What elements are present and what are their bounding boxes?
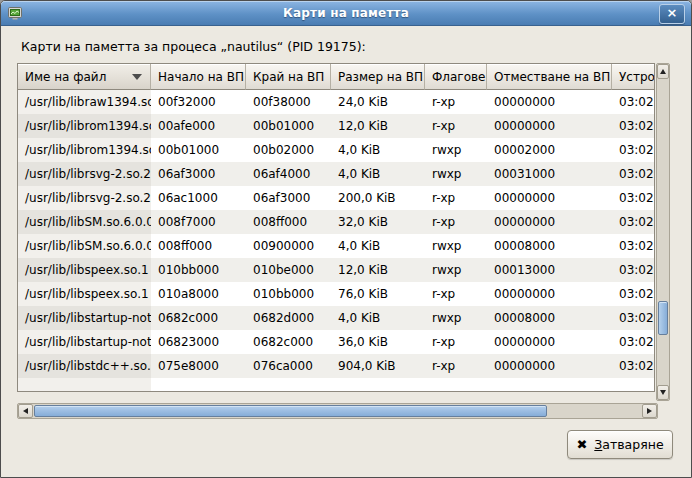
table-row[interactable]: /usr/lib/libraw1394.so00f3200000f3800024… [18, 90, 655, 114]
cell-vm_size: 4,0 KiB [331, 138, 425, 162]
cell-flags: r-xp [425, 354, 487, 378]
cell-vm_end: 06af3000 [246, 186, 331, 210]
cell-filename: /usr/lib/libstdc++.so.6 [18, 354, 151, 378]
table-row[interactable]: /usr/lib/libSM.so.6.0.0008f7000008ff0003… [18, 210, 655, 234]
cell-vm_size: 4,0 KiB [331, 162, 425, 186]
arrow-right-icon [647, 408, 652, 414]
cell-vm_size: 4,0 KiB [331, 234, 425, 258]
cell-vm_end: 076ca000 [246, 354, 331, 378]
cell-vm_size: 200,0 KiB [331, 186, 425, 210]
table-row[interactable]: /usr/lib/libspeex.so.1010a8000010bb00076… [18, 282, 655, 306]
cell-vm_end: 0682c000 [246, 330, 331, 354]
column-header-vm_end[interactable]: Край на ВП [246, 64, 331, 90]
cell-flags: r-xp [425, 114, 487, 138]
column-header-flags[interactable]: Флагове [425, 64, 487, 90]
cell-vm_offset: 00000000 [487, 282, 612, 306]
table-row[interactable]: /usr/lib/libstartup-notification-1.so.00… [18, 330, 655, 354]
cell-vm_end: 010bb000 [246, 282, 331, 306]
column-header-vm_start[interactable]: Начало на ВП [151, 64, 246, 90]
cell-filename: /usr/lib/librom1394.so [18, 114, 151, 138]
cell-vm_offset: 00000000 [487, 186, 612, 210]
cell-device: 03:02 [612, 330, 655, 354]
table-body: /usr/lib/libraw1394.so00f3200000f3800024… [18, 90, 654, 378]
cell-flags: rwxp [425, 306, 487, 330]
cell-vm_offset: 00000000 [487, 354, 612, 378]
cell-vm_start: 06ac1000 [151, 186, 246, 210]
cell-vm_end: 00900000 [246, 234, 331, 258]
horizontal-scrollbar[interactable] [17, 403, 658, 419]
cell-filename: /usr/lib/libstartup-notification-1.so.0 [18, 330, 151, 354]
cell-flags: rwxp [425, 162, 487, 186]
cell-vm_start: 008f7000 [151, 210, 246, 234]
cell-flags: r-xp [425, 210, 487, 234]
horizontal-scrollbar-thumb[interactable] [34, 405, 547, 417]
scroll-right-button[interactable] [642, 404, 657, 418]
cell-vm_offset: 00000000 [487, 210, 612, 234]
cell-flags: r-xp [425, 330, 487, 354]
cell-device: 03:02 [612, 210, 655, 234]
table-row[interactable]: /usr/lib/librom1394.so00b0100000b020004,… [18, 138, 655, 162]
cell-vm_size: 36,0 KiB [331, 330, 425, 354]
table-row[interactable]: /usr/lib/librsvg-2.so.206ac100006af30002… [18, 186, 655, 210]
cell-vm_offset: 00008000 [487, 306, 612, 330]
column-header-vm_size[interactable]: Размер на ВП [331, 64, 425, 90]
titlebar[interactable]: Карти на паметта × [1, 1, 691, 26]
cell-vm_size: 904,0 KiB [331, 354, 425, 378]
vertical-scrollbar[interactable] [656, 63, 670, 401]
table-row[interactable]: /usr/lib/librsvg-2.so.206af300006af40004… [18, 162, 655, 186]
cell-vm_offset: 00002000 [487, 138, 612, 162]
cell-vm_start: 010a8000 [151, 282, 246, 306]
window-title: Карти на паметта [1, 6, 691, 20]
arrow-left-icon [23, 408, 28, 414]
dialog-caption: Карти на паметта за процеса „nautilus“ (… [21, 39, 366, 54]
cell-vm_offset: 00000000 [487, 90, 612, 114]
cell-vm_offset: 00031000 [487, 162, 612, 186]
cell-filename: /usr/lib/libraw1394.so [18, 90, 151, 114]
scroll-up-button[interactable] [657, 64, 669, 79]
cell-vm_offset: 00000000 [487, 114, 612, 138]
cell-flags: r-xp [425, 90, 487, 114]
table-row[interactable]: /usr/lib/libspeex.so.1010bb000010be00012… [18, 258, 655, 282]
close-button-label: Затваряне [594, 437, 663, 452]
cell-filename: /usr/lib/libspeex.so.1 [18, 282, 151, 306]
memory-map-table: Име на файлНачало на ВПКрай на ВПРазмер … [17, 63, 655, 392]
cell-filename: /usr/lib/libSM.so.6.0.0 [18, 234, 151, 258]
cell-device: 03:02 [612, 306, 655, 330]
cell-vm_size: 4,0 KiB [331, 306, 425, 330]
cell-device: 03:02 [612, 162, 655, 186]
cell-vm_start: 075e8000 [151, 354, 246, 378]
cell-vm_start: 00afe000 [151, 114, 246, 138]
close-button[interactable]: ✖ Затваряне [567, 430, 673, 459]
cell-vm_start: 00b01000 [151, 138, 246, 162]
cell-vm_size: 12,0 KiB [331, 114, 425, 138]
scroll-down-button[interactable] [657, 385, 669, 400]
cell-vm_end: 008ff000 [246, 210, 331, 234]
cell-flags: rwxp [425, 234, 487, 258]
column-header-filename[interactable]: Име на файл [18, 64, 151, 90]
cell-filename: /usr/lib/librom1394.so [18, 138, 151, 162]
cell-vm_end: 06af4000 [246, 162, 331, 186]
cell-vm_end: 00b02000 [246, 138, 331, 162]
cell-vm_offset: 00013000 [487, 258, 612, 282]
vertical-scrollbar-thumb[interactable] [658, 301, 668, 335]
cell-vm_start: 0682c000 [151, 306, 246, 330]
cell-filename: /usr/lib/libSM.so.6.0.0 [18, 210, 151, 234]
close-button-icon: ✖ [576, 437, 587, 452]
cell-flags: r-xp [425, 186, 487, 210]
cell-device: 03:02 [612, 90, 655, 114]
memory-maps-dialog: Карти на паметта × Карти на паметта за п… [0, 0, 692, 478]
column-header-vm_offset[interactable]: Отместване на ВП [487, 64, 612, 90]
table-row[interactable]: /usr/lib/libstdc++.so.6075e8000076ca0009… [18, 354, 655, 378]
column-header-label: Флагове [432, 70, 485, 84]
cell-vm_size: 24,0 KiB [331, 90, 425, 114]
sort-indicator-icon [132, 74, 142, 80]
scroll-left-button[interactable] [18, 404, 33, 418]
table-row[interactable]: /usr/lib/librom1394.so00afe00000b0100012… [18, 114, 655, 138]
cell-vm_end: 010be000 [246, 258, 331, 282]
table-row[interactable]: /usr/lib/libSM.so.6.0.0008ff000009000004… [18, 234, 655, 258]
cell-device: 03:02 [612, 258, 655, 282]
table-row[interactable]: /usr/lib/libstartup-notification-1.so.00… [18, 306, 655, 330]
column-header-device[interactable]: Устройство [612, 64, 655, 90]
close-window-button[interactable]: × [659, 4, 685, 24]
cell-device: 03:02 [612, 114, 655, 138]
